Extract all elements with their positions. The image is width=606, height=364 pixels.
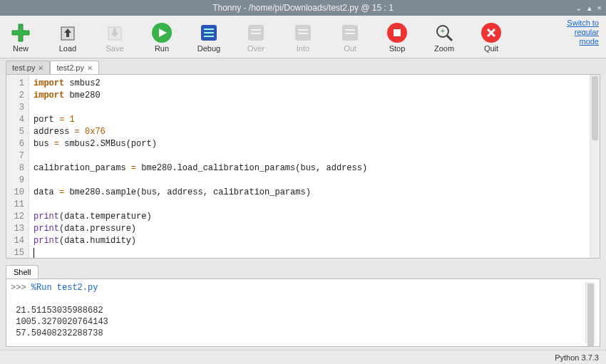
save-label: Save: [106, 44, 123, 53]
save-icon: [103, 21, 126, 44]
quit-label: Quit: [484, 44, 498, 53]
quit-button[interactable]: Quit: [478, 21, 505, 53]
zoom-button[interactable]: + Zoom: [431, 21, 458, 53]
close-tab-icon[interactable]: ✕: [87, 64, 93, 72]
shell-output: >>> %Run test2.py 21.51153035988682 1005…: [11, 282, 585, 343]
run-button[interactable]: Run: [148, 21, 175, 53]
shell-panel[interactable]: >>> %Run test2.py 21.51153035988682 1005…: [6, 279, 600, 347]
tab-test-py[interactable]: test.py ✕: [6, 61, 50, 74]
save-button: Save: [101, 21, 128, 53]
play-icon: [150, 21, 173, 44]
editor-scrollbar[interactable]: [590, 75, 600, 258]
minimize-button[interactable]: ⌄: [575, 4, 582, 13]
out-button: Out: [337, 21, 364, 53]
run-label: Run: [155, 44, 169, 53]
svg-rect-20: [394, 29, 401, 36]
stop-label: Stop: [389, 44, 406, 53]
step-into-icon: [292, 21, 314, 44]
tab-label: test2.py: [56, 63, 84, 72]
load-icon: [56, 21, 79, 44]
tab-shell[interactable]: Shell: [6, 265, 38, 279]
switch-mode-link-l1: Switch to: [567, 19, 599, 27]
window-controls: ⌄ ▴ ×: [575, 4, 602, 13]
over-button: Over: [242, 21, 269, 53]
new-label: New: [13, 44, 29, 53]
window-title: Thonny - /home/pi/Downloads/test2.py @ 1…: [0, 3, 606, 13]
switch-mode-link-l2: regular: [575, 28, 599, 36]
toolbar: New Load Save Run Debug Over Int: [0, 16, 606, 58]
code-area[interactable]: import smbus2 import bme280 port = 1 add…: [29, 75, 590, 258]
svg-text:+: +: [441, 27, 445, 35]
debug-label: Debug: [197, 44, 220, 53]
zoom-label: Zoom: [434, 44, 454, 53]
maximize-button[interactable]: ▴: [587, 4, 592, 13]
load-button[interactable]: Load: [54, 21, 81, 53]
out-label: Out: [344, 44, 356, 53]
into-button: Into: [289, 21, 317, 53]
statusbar: Python 3.7.3: [0, 350, 606, 364]
close-icon: [480, 21, 503, 44]
zoom-icon: +: [433, 21, 456, 44]
line-gutter: 1 2 3 4 5 6 7 8 9 10 11 12 13 14 15: [6, 75, 29, 258]
step-over-icon: [245, 21, 267, 44]
stop-icon: [386, 21, 409, 44]
into-label: Into: [297, 44, 309, 53]
debug-button[interactable]: Debug: [195, 21, 222, 53]
shell-tab-label: Shell: [14, 268, 31, 276]
step-out-icon: [339, 21, 361, 44]
shell-tabs: Shell: [0, 263, 606, 279]
titlebar: Thonny - /home/pi/Downloads/test2.py @ 1…: [0, 0, 606, 16]
new-button[interactable]: New: [7, 21, 34, 53]
tab-label: test.py: [12, 63, 35, 72]
stop-button[interactable]: Stop: [384, 21, 411, 53]
close-window-button[interactable]: ×: [597, 4, 602, 13]
shell-scrollbar[interactable]: [585, 282, 595, 343]
python-version: Python 3.7.3: [555, 353, 599, 362]
load-label: Load: [59, 44, 76, 53]
over-label: Over: [247, 44, 265, 53]
svg-line-22: [447, 36, 452, 41]
plus-icon: [9, 21, 32, 44]
close-tab-icon[interactable]: ✕: [38, 64, 43, 72]
editor[interactable]: 1 2 3 4 5 6 7 8 9 10 11 12 13 14 15 impo…: [6, 74, 600, 259]
debug-icon: [197, 21, 220, 44]
switch-mode-link[interactable]: Switch to regular mode: [567, 19, 599, 47]
editor-tabs: test.py ✕ test2.py ✕: [0, 58, 606, 74]
switch-mode-link-l3: mode: [579, 37, 599, 46]
tab-test2-py[interactable]: test2.py ✕: [50, 61, 99, 74]
